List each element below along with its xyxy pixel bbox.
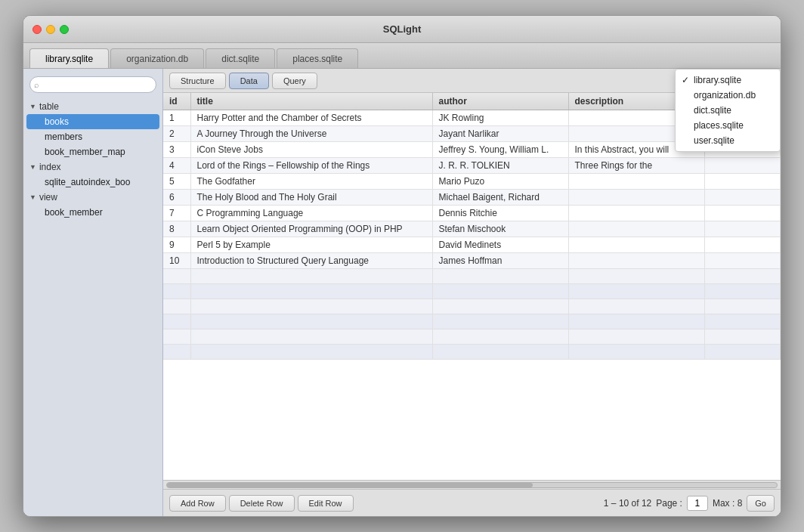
cell-author: James Hoffman bbox=[432, 253, 568, 269]
cell-author: Stefan Mischook bbox=[432, 221, 568, 237]
tab-dict-sqlite[interactable]: dict.sqlite bbox=[206, 48, 275, 68]
cell-extra bbox=[704, 206, 781, 221]
cell-id: 6 bbox=[163, 190, 190, 206]
table-row[interactable]: 9 Perl 5 by Example David Medinets bbox=[163, 237, 781, 253]
cell-description bbox=[568, 174, 704, 190]
cell-title: iCon Steve Jobs bbox=[190, 142, 432, 158]
cell-author: Jayant Narlikar bbox=[432, 126, 568, 142]
cell-description bbox=[568, 206, 704, 221]
cell-description bbox=[568, 237, 704, 253]
sidebar-group-index[interactable]: ▼ index bbox=[23, 159, 162, 175]
scrollbar-thumb[interactable] bbox=[167, 483, 533, 487]
group-label: view bbox=[39, 192, 57, 203]
search-icon: ⌕ bbox=[34, 80, 39, 89]
cell-author: Michael Baigent, Richard bbox=[432, 190, 568, 206]
query-button[interactable]: Query bbox=[272, 73, 317, 89]
sidebar-item-book-member[interactable]: book_member bbox=[23, 205, 162, 220]
cell-description bbox=[568, 253, 704, 269]
cell-description bbox=[568, 190, 704, 206]
cell-extra bbox=[704, 158, 781, 174]
cell-author: J. R. R. TOLKIEN bbox=[432, 158, 568, 174]
dropdown-item-organization[interactable]: organization.db bbox=[676, 88, 780, 103]
cell-extra bbox=[704, 190, 781, 206]
structure-button[interactable]: Structure bbox=[169, 73, 226, 89]
table-row[interactable]: 7 C Programming Language Dennis Ritchie bbox=[163, 206, 781, 221]
sidebar-item-members[interactable]: members bbox=[23, 129, 162, 144]
page-input[interactable] bbox=[687, 496, 708, 511]
tab-label: places.sqlite bbox=[292, 54, 342, 64]
sidebar: ⌕ ▼ table books members book_member_map … bbox=[23, 69, 163, 516]
sidebar-group-view[interactable]: ▼ view bbox=[23, 190, 162, 205]
cell-description bbox=[568, 221, 704, 237]
empty-row bbox=[163, 345, 781, 360]
max-label: Max : 8 bbox=[713, 498, 742, 509]
cell-title: The Holy Blood and The Holy Grail bbox=[190, 190, 432, 206]
cell-id: 4 bbox=[163, 158, 190, 174]
sidebar-item-books[interactable]: books bbox=[26, 114, 159, 129]
cell-author: Jeffrey S. Young, William L. bbox=[432, 142, 568, 158]
collapse-triangle: ▼ bbox=[29, 163, 36, 171]
empty-row bbox=[163, 329, 781, 345]
cell-extra bbox=[704, 174, 781, 190]
collapse-triangle: ▼ bbox=[29, 193, 36, 201]
minimize-button[interactable] bbox=[46, 25, 55, 34]
table-row[interactable]: 8 Learn Object Oriented Programming (OOP… bbox=[163, 221, 781, 237]
empty-row bbox=[163, 284, 781, 299]
scrollbar-track[interactable] bbox=[166, 482, 778, 488]
cell-title: Harry Potter and the Chamber of Secrets bbox=[190, 110, 432, 126]
tab-organization-db[interactable]: organization.db bbox=[110, 48, 204, 68]
cell-author: Mario Puzo bbox=[432, 174, 568, 190]
col-header-author: author bbox=[432, 93, 568, 110]
cell-id: 10 bbox=[163, 253, 190, 269]
pagination-info: 1 – 10 of 12 Page : Max : 8 Go bbox=[604, 495, 775, 512]
cell-title: Perl 5 by Example bbox=[190, 237, 432, 253]
empty-row bbox=[163, 299, 781, 314]
tab-places-sqlite[interactable]: places.sqlite bbox=[277, 48, 358, 68]
dropdown-item-library[interactable]: library.sqlite bbox=[676, 73, 780, 88]
go-button[interactable]: Go bbox=[747, 495, 775, 512]
table-row[interactable]: 10 Introduction to Structured Query Lang… bbox=[163, 253, 781, 269]
sidebar-item-autoindex[interactable]: sqlite_autoindex_boo bbox=[23, 175, 162, 190]
main-window: SQLight library.sqlite organization.db d… bbox=[23, 15, 781, 517]
close-button[interactable] bbox=[32, 25, 42, 34]
delete-row-button[interactable]: Delete Row bbox=[229, 495, 295, 512]
cell-id: 3 bbox=[163, 142, 190, 158]
page-label: Page : bbox=[656, 498, 682, 509]
titlebar: SQLight bbox=[23, 16, 781, 43]
sidebar-item-book-member-map[interactable]: book_member_map bbox=[23, 144, 162, 159]
cell-title: The Godfather bbox=[190, 174, 432, 190]
cell-title: A Journey Through the Universe bbox=[190, 126, 432, 142]
empty-row bbox=[163, 314, 781, 329]
cell-id: 9 bbox=[163, 237, 190, 253]
maximize-button[interactable] bbox=[60, 25, 69, 34]
traffic-lights bbox=[32, 25, 69, 34]
collapse-triangle: ▼ bbox=[29, 103, 36, 110]
cell-id: 8 bbox=[163, 221, 190, 237]
cell-id: 5 bbox=[163, 174, 190, 190]
sidebar-group-table[interactable]: ▼ table bbox=[23, 99, 162, 114]
table-row[interactable]: 5 The Godfather Mario Puzo bbox=[163, 174, 781, 190]
dropdown-item-places[interactable]: places.sqlite bbox=[676, 118, 780, 133]
table-row[interactable]: 4 Lord of the Rings – Fellowship of the … bbox=[163, 158, 781, 174]
dropdown-item-dict[interactable]: dict.sqlite bbox=[676, 103, 780, 118]
table-row[interactable]: 6 The Holy Blood and The Holy Grail Mich… bbox=[163, 190, 781, 206]
data-button[interactable]: Data bbox=[229, 73, 269, 89]
col-header-id: id bbox=[163, 93, 190, 110]
cell-id: 1 bbox=[163, 110, 190, 126]
horizontal-scrollbar[interactable] bbox=[163, 480, 781, 489]
edit-row-button[interactable]: Edit Row bbox=[298, 495, 354, 512]
cell-author: Dennis Ritchie bbox=[432, 206, 568, 221]
cell-author: JK Rowling bbox=[432, 110, 568, 126]
sidebar-search[interactable]: ⌕ bbox=[29, 76, 156, 93]
tab-library-sqlite[interactable]: library.sqlite bbox=[29, 48, 109, 68]
cell-extra bbox=[704, 253, 781, 269]
add-row-button[interactable]: Add Row bbox=[169, 495, 226, 512]
cell-description: Three Rings for the bbox=[568, 158, 704, 174]
bottombar: Add Row Delete Row Edit Row 1 – 10 of 12… bbox=[163, 489, 781, 516]
cell-author: David Medinets bbox=[432, 237, 568, 253]
dropdown-item-user[interactable]: user.sqlite bbox=[676, 133, 780, 148]
search-input[interactable] bbox=[29, 76, 156, 93]
tab-dropdown: library.sqlite organization.db dict.sqli… bbox=[675, 69, 781, 152]
tab-label: organization.db bbox=[126, 54, 188, 64]
tab-label: library.sqlite bbox=[45, 54, 93, 64]
